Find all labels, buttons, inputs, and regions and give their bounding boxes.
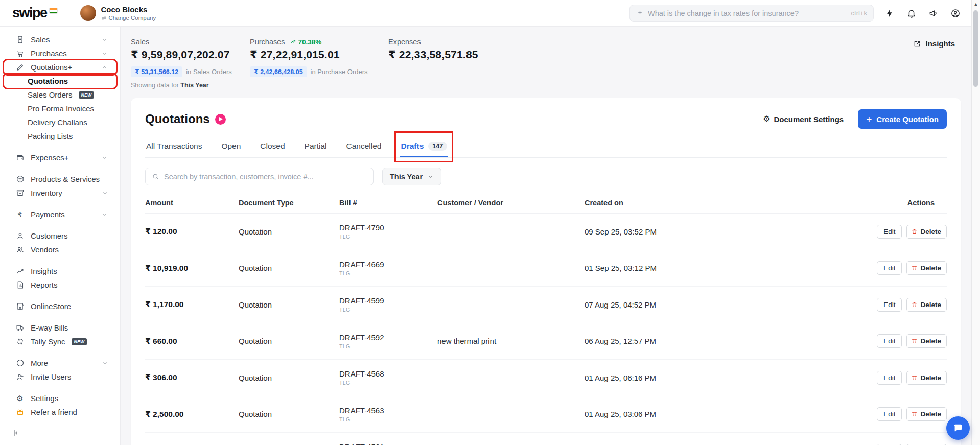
sidebar-item-products-services[interactable]: Products & Services bbox=[4, 172, 116, 186]
gift-icon bbox=[15, 408, 25, 416]
sidebar-item-pro-forma-invoices[interactable]: Pro Forma Invoices bbox=[4, 102, 116, 115]
global-search[interactable]: ctrl+k bbox=[629, 5, 874, 22]
delete-button[interactable]: Delete bbox=[906, 334, 947, 348]
rupee-icon: ₹ bbox=[15, 210, 25, 218]
tab-drafts[interactable]: Drafts 147 bbox=[400, 136, 448, 157]
sidebar-item-delivery-challans[interactable]: Delivery Challans bbox=[4, 115, 116, 129]
tab-cancelled[interactable]: Cancelled bbox=[345, 136, 383, 157]
products-icon bbox=[15, 175, 25, 183]
more-icon bbox=[15, 359, 25, 367]
header-actions: Actions bbox=[852, 199, 947, 207]
amount-cell: ₹ 10,919.00 bbox=[145, 264, 239, 273]
delete-button[interactable]: Delete bbox=[906, 261, 947, 275]
table-search-input[interactable] bbox=[164, 173, 367, 181]
scrollbar-thumb[interactable] bbox=[973, 10, 978, 87]
edit-button[interactable]: Edit bbox=[877, 261, 902, 275]
sidebar-item-purchases[interactable]: Purchases bbox=[4, 46, 116, 60]
drafts-count-badge: 147 bbox=[428, 142, 447, 151]
header-customer-vendor: Customer / Vendor bbox=[437, 199, 585, 207]
bill-prefix: TLG bbox=[339, 380, 437, 386]
sidebar-item-sales[interactable]: Sales bbox=[4, 33, 116, 46]
edit-button[interactable]: Edit bbox=[877, 225, 902, 239]
tab-partial[interactable]: Partial bbox=[304, 136, 328, 157]
sidebar-item-more[interactable]: More bbox=[4, 356, 116, 370]
sidebar-item-onlinestore[interactable]: OnlineStore bbox=[4, 299, 116, 313]
sidebar-item-settings[interactable]: ⚙ Settings bbox=[4, 391, 116, 405]
sidebar-item-payments[interactable]: ₹ Payments bbox=[4, 207, 116, 221]
insights-link[interactable]: Insights bbox=[913, 39, 955, 48]
megaphone-icon[interactable] bbox=[928, 8, 939, 19]
delete-button[interactable]: Delete bbox=[906, 298, 947, 312]
sidebar-item-customers[interactable]: Customers bbox=[4, 229, 116, 243]
search-input[interactable] bbox=[648, 9, 847, 17]
delete-button[interactable]: Delete bbox=[906, 225, 947, 239]
sidebar-item-tally-sync[interactable]: Tally Sync NEW bbox=[4, 335, 116, 348]
edit-button[interactable]: Edit bbox=[877, 407, 902, 421]
period-filter-dropdown[interactable]: This Year bbox=[382, 168, 441, 185]
window-scrollbar[interactable]: ▲ bbox=[971, 0, 980, 445]
sidebar-item-vendors[interactable]: Vendors bbox=[4, 243, 116, 256]
sidebar-collapse-button[interactable] bbox=[0, 425, 120, 441]
sync-icon bbox=[15, 337, 25, 346]
company-avatar bbox=[80, 5, 96, 21]
store-icon bbox=[15, 302, 25, 311]
flash-icon[interactable] bbox=[884, 8, 895, 19]
customer-vendor-cell: new thermal print bbox=[437, 337, 585, 345]
sidebar-item-quotations-plus[interactable]: Quotations+ bbox=[4, 60, 116, 74]
created-on-cell: 06 Aug 25, 12:57 PM bbox=[585, 337, 852, 345]
header-bill-number: Bill # bbox=[339, 199, 437, 207]
sidebar-item-insights[interactable]: Insights bbox=[4, 264, 116, 278]
edit-button[interactable]: Edit bbox=[877, 334, 902, 348]
expenses-icon bbox=[15, 153, 25, 162]
play-tutorial-icon[interactable] bbox=[215, 114, 226, 125]
scrollbar-up-arrow[interactable]: ▲ bbox=[972, 1, 980, 8]
gear-icon: ⚙ bbox=[763, 115, 770, 123]
sidebar-item-quotations[interactable]: Quotations bbox=[4, 74, 116, 88]
inventory-icon bbox=[15, 189, 25, 197]
delete-button[interactable]: Delete bbox=[906, 407, 947, 421]
edit-button[interactable]: Edit bbox=[877, 371, 902, 385]
showing-data-note: Showing data for This Year bbox=[131, 82, 250, 89]
sidebar-item-inventory[interactable]: Inventory bbox=[4, 186, 116, 200]
tab-open[interactable]: Open bbox=[220, 136, 242, 157]
external-link-icon bbox=[913, 40, 921, 48]
sidebar-item-invite-users[interactable]: Invite Users bbox=[4, 370, 116, 384]
delete-button[interactable]: Delete bbox=[906, 371, 947, 385]
app-window: swipe Coco Blocks Change Company ctrl+k bbox=[0, 0, 980, 445]
tab-all-transactions[interactable]: All Transactions bbox=[145, 136, 203, 157]
chat-support-button[interactable] bbox=[946, 416, 970, 440]
sidebar-item-reports[interactable]: Reports bbox=[4, 278, 116, 292]
document-settings-button[interactable]: ⚙ Document Settings bbox=[763, 115, 844, 124]
sales-stat: Sales ₹ 9,59,89,07,202.07 ₹ 53,31,566.12… bbox=[131, 38, 250, 89]
account-icon[interactable] bbox=[950, 8, 961, 19]
row-actions: Edit Delete bbox=[852, 298, 947, 312]
create-quotation-button[interactable]: + Create Quotation bbox=[858, 109, 947, 129]
sidebar-item-eway-bills[interactable]: E-way Bills bbox=[4, 321, 116, 335]
table-search[interactable] bbox=[145, 168, 374, 185]
tab-closed[interactable]: Closed bbox=[259, 136, 286, 157]
sidebar-item-expenses[interactable]: Expenses+ bbox=[4, 151, 116, 165]
amount-cell: ₹ 2,500.00 bbox=[145, 410, 239, 419]
reports-icon bbox=[15, 280, 25, 289]
bell-icon[interactable] bbox=[906, 8, 917, 19]
header-created-on: Created on bbox=[585, 199, 852, 207]
purchases-trend: 70.38% bbox=[290, 38, 322, 46]
change-company-button[interactable]: Change Company bbox=[101, 15, 156, 21]
expenses-stat: Expenses ₹ 22,33,58,571.85 bbox=[388, 38, 478, 61]
chevron-down-icon bbox=[102, 360, 108, 366]
row-actions: Edit Delete bbox=[852, 407, 947, 421]
sales-icon bbox=[15, 35, 25, 44]
company-name: Coco Blocks bbox=[101, 5, 156, 14]
bill-number-cell: DRAFT-4592 TLG bbox=[339, 333, 437, 349]
bill-number: DRAFT-4790 bbox=[339, 223, 437, 232]
company-switcher[interactable]: Coco Blocks Change Company bbox=[80, 5, 156, 21]
sidebar-item-refer-a-friend[interactable]: Refer a friend bbox=[4, 405, 116, 419]
bill-prefix: TLG bbox=[339, 233, 437, 240]
edit-button[interactable]: Edit bbox=[877, 298, 902, 312]
swipe-logo[interactable]: swipe bbox=[12, 5, 58, 21]
trash-icon bbox=[911, 301, 918, 308]
bill-number: DRAFT-4592 bbox=[339, 333, 437, 342]
insights-icon bbox=[15, 267, 25, 275]
sidebar-item-sales-orders[interactable]: Sales Orders NEW bbox=[4, 88, 116, 102]
sidebar-item-packing-lists[interactable]: Packing Lists bbox=[4, 129, 116, 143]
